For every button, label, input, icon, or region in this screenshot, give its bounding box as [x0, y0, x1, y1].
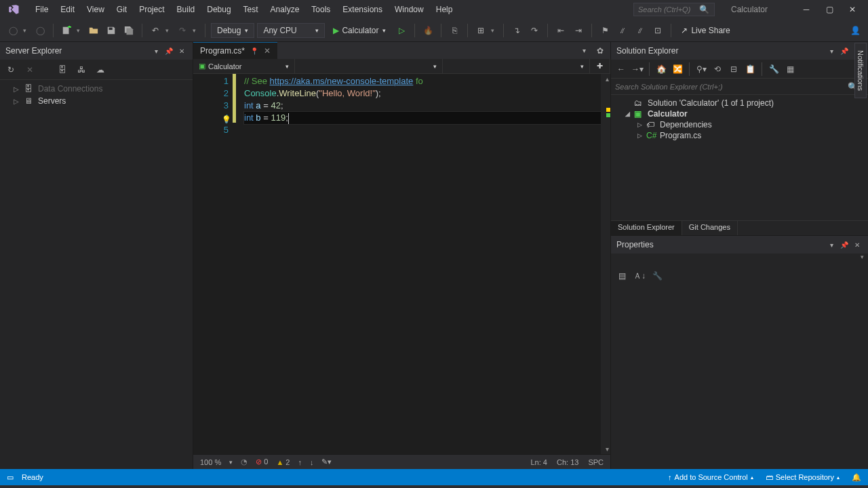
nav-forward-button[interactable]: ◯ — [33, 23, 47, 38]
find-in-files-button[interactable]: ⊞ — [473, 23, 488, 38]
step-over-button[interactable]: ↷ — [527, 23, 542, 38]
start-debug-button[interactable]: ▶Calculator▾ — [328, 23, 391, 38]
connect-db-button[interactable]: 🗄 — [56, 63, 69, 77]
menu-git[interactable]: Git — [111, 2, 132, 17]
minimize-button[interactable]: ─ — [795, 1, 818, 18]
refresh-button[interactable]: ↻ — [4, 63, 18, 77]
platform-dropdown[interactable]: Any CPU▾ — [257, 23, 325, 38]
output-icon[interactable]: ▭ — [7, 473, 14, 482]
nav-member-dropdown[interactable]: ▾ — [443, 59, 591, 73]
pin-tab-icon[interactable]: 📍 — [250, 47, 258, 55]
fwd-button[interactable]: →▾ — [630, 62, 645, 76]
browse-button[interactable]: ⎘ — [447, 23, 462, 38]
home-button[interactable]: 🏠 — [654, 62, 669, 76]
menu-analyze[interactable]: Analyze — [265, 2, 305, 17]
nav-split-button[interactable]: ✚ — [590, 59, 610, 73]
hot-reload-button[interactable]: 🔥 — [420, 23, 435, 38]
save-button[interactable] — [104, 23, 119, 38]
nav-up-button[interactable]: ↑ — [298, 458, 302, 466]
menu-view[interactable]: View — [81, 2, 110, 17]
indent-button[interactable]: ⇥ — [571, 23, 586, 38]
open-file-button[interactable] — [86, 23, 101, 38]
panel-close-button[interactable]: ✕ — [176, 45, 187, 56]
feedback-button[interactable]: 👤 — [848, 23, 863, 38]
panel-pin-button[interactable]: 📌 — [163, 45, 174, 56]
warning-count[interactable]: ▲ 2 — [276, 458, 290, 466]
panel-pin-button[interactable]: 📌 — [839, 45, 850, 56]
toggle-button[interactable]: ⊡ — [650, 23, 665, 38]
start-without-debug-button[interactable]: ▷ — [394, 23, 409, 38]
back-button[interactable]: ← — [614, 62, 629, 76]
menu-extensions[interactable]: Extensions — [337, 2, 388, 17]
sync-button[interactable]: ⟲ — [710, 62, 725, 76]
undo-dropdown[interactable]: ▾ — [165, 27, 172, 34]
undo-button[interactable]: ↶ — [148, 23, 163, 38]
zoom-level[interactable]: 100 % — [200, 458, 221, 466]
add-source-control-button[interactable]: ↑Add to Source Control▴ — [668, 473, 753, 481]
menu-tools[interactable]: Tools — [306, 2, 336, 17]
new-dropdown[interactable]: ▾ — [77, 27, 83, 34]
brush-icon[interactable]: ✎▾ — [321, 458, 332, 466]
solution-node[interactable]: 🗂Solution 'Calculator' (1 of 1 project) — [611, 98, 868, 108]
quick-search-input[interactable] — [638, 5, 699, 14]
quick-search[interactable]: 🔍 — [633, 3, 715, 16]
tab-solution-explorer[interactable]: Solution Explorer — [611, 221, 682, 235]
dependencies-node[interactable]: ▷🏷Dependencies — [611, 119, 868, 130]
step-into-button[interactable]: ↴ — [509, 23, 524, 38]
props-wrench-button[interactable]: 🔧 — [650, 269, 664, 283]
panel-dropdown-button[interactable]: ▾ — [826, 45, 837, 56]
cursor-line[interactable]: Ln: 4 — [530, 458, 547, 466]
panel-dropdown-button[interactable]: ▾ — [151, 45, 161, 56]
comment-button[interactable]: ⫽ — [615, 23, 630, 38]
tab-dropdown-button[interactable]: ▾ — [576, 43, 591, 58]
switch-views-button[interactable]: 🔀 — [670, 62, 685, 76]
tab-git-changes[interactable]: Git Changes — [682, 221, 738, 235]
categorized-button[interactable]: ▤ — [615, 269, 629, 283]
menu-debug[interactable]: Debug — [201, 2, 236, 17]
solution-search[interactable]: 🔍 ▾ — [611, 79, 868, 95]
props-dropdown[interactable]: ▾ — [861, 253, 864, 266]
insert-mode[interactable]: SPC — [588, 458, 604, 466]
file-tab-program[interactable]: Program.cs* 📍 ✕ — [193, 42, 277, 59]
outdent-button[interactable]: ⇤ — [553, 23, 568, 38]
alphabetical-button[interactable]: Ａ↓ — [633, 269, 646, 283]
tree-item-data-connections[interactable]: ▷ 🗄 Data Connections — [0, 83, 193, 95]
uncomment-button[interactable]: ⫽ — [633, 23, 648, 38]
solution-search-input[interactable] — [615, 83, 848, 91]
select-repository-button[interactable]: 🗃Select Repository▴ — [766, 473, 840, 481]
tab-settings-button[interactable]: ✿ — [593, 43, 608, 58]
collapse-all-button[interactable]: ⊟ — [726, 62, 741, 76]
azure-button[interactable]: ☁ — [94, 63, 107, 77]
preview-button[interactable]: ▦ — [783, 62, 797, 76]
code-area[interactable]: // See https://aka.ms/new-console-templa… — [236, 74, 601, 454]
code-editor[interactable]: 1 2 3 4💡 5 // See https://aka.ms/new-con… — [193, 74, 610, 454]
panel-pin-button[interactable]: 📌 — [839, 239, 850, 250]
live-share-button[interactable]: ↗Live Share — [677, 26, 734, 35]
menu-build[interactable]: Build — [172, 2, 201, 17]
tree-item-servers[interactable]: ▷ 🖥 Servers — [0, 95, 193, 107]
scroll-down-icon[interactable]: ▾ — [606, 445, 609, 453]
menu-edit[interactable]: Edit — [55, 2, 80, 17]
show-all-button[interactable]: 📋 — [743, 62, 757, 76]
menu-file[interactable]: File — [30, 2, 54, 17]
panel-dropdown-button[interactable]: ▾ — [826, 239, 837, 250]
nav-project-dropdown[interactable]: ▣Calculator▾ — [193, 59, 295, 73]
scroll-up-icon[interactable]: ▴ — [606, 75, 609, 83]
filter-button[interactable]: ⚲▾ — [694, 62, 709, 76]
editor-overview-ruler[interactable]: ▴ ▾ — [601, 74, 610, 454]
redo-button[interactable]: ↷ — [175, 23, 190, 38]
maximize-button[interactable]: ▢ — [818, 1, 841, 18]
nav-back-dropdown[interactable]: ▾ — [23, 27, 30, 34]
new-project-button[interactable] — [59, 23, 74, 38]
solution-config-dropdown[interactable]: Debug▾ — [211, 23, 254, 38]
redo-dropdown[interactable]: ▾ — [193, 27, 199, 34]
connect-server-button[interactable]: 🖧 — [75, 63, 88, 77]
nav-back-button[interactable]: ◯ — [5, 23, 20, 38]
stop-button[interactable]: ✕ — [23, 63, 37, 77]
close-button[interactable]: ✕ — [841, 1, 864, 18]
bookmark-button[interactable]: ⚑ — [597, 23, 612, 38]
error-count[interactable]: ⊘ 0 — [256, 458, 268, 466]
notifications-tab[interactable]: Notifications — [854, 43, 867, 98]
menu-help[interactable]: Help — [431, 2, 458, 17]
menu-window[interactable]: Window — [389, 2, 429, 17]
